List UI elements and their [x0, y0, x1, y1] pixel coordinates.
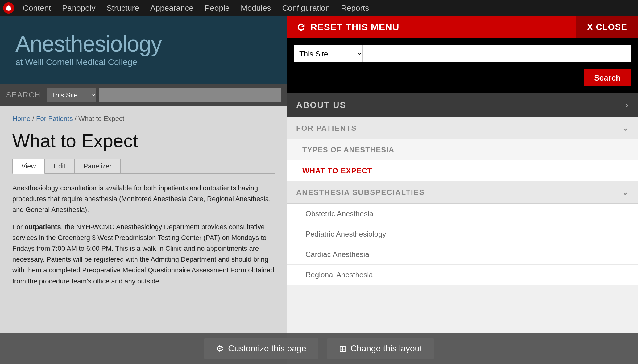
- toolbar-panopoly[interactable]: Panopoly: [56, 0, 101, 16]
- body-paragraph-1: Anesthesiology consultation is available…: [12, 183, 275, 215]
- page-title: What to Expect: [12, 130, 275, 151]
- reset-menu-button[interactable]: RESET THIS MENU: [287, 16, 576, 38]
- right-search-button[interactable]: Search: [584, 69, 631, 86]
- search-bar: SEARCH This Site The Web: [0, 84, 287, 106]
- drupal-logo[interactable]: [3, 2, 14, 14]
- body-p2-bold: outpatients: [24, 223, 61, 231]
- change-layout-label: Change this layout: [350, 344, 422, 354]
- site-subtitle: at Weill Cornell Medical College: [15, 57, 137, 67]
- right-nav: ABOUT US › FOR PATIENTS ⌄ TYPES OF ANEST…: [287, 93, 638, 364]
- breadcrumb-parent[interactable]: For Patients: [36, 115, 73, 122]
- search-input[interactable]: [99, 88, 281, 102]
- change-layout-button[interactable]: ⊞ Change this layout: [327, 338, 434, 359]
- close-button[interactable]: X CLOSE: [576, 16, 638, 38]
- nav-anesthesia-subspecialties[interactable]: ANESTHESIA SUBSPECIALTIES ⌄: [287, 181, 638, 204]
- main-wrapper: Anesthesiology at Weill Cornell Medical …: [0, 16, 638, 364]
- toolbar-configuration[interactable]: Configuration: [276, 0, 335, 16]
- toolbar-modules[interactable]: Modules: [235, 0, 276, 16]
- tab-panelizer[interactable]: Panelizer: [74, 159, 121, 173]
- right-search-input[interactable]: [362, 45, 631, 62]
- breadcrumb: Home / For Patients / What to Expect: [12, 115, 275, 123]
- site-title: Anesthesiology: [15, 33, 162, 55]
- layout-icon: ⊞: [339, 344, 346, 354]
- reset-icon: [296, 22, 306, 32]
- search-label: SEARCH: [6, 91, 41, 99]
- toolbar-people[interactable]: People: [199, 0, 235, 16]
- search-scope-select[interactable]: This Site The Web: [47, 88, 96, 102]
- nav-about-us[interactable]: ABOUT US ›: [287, 93, 638, 117]
- nav-cardiac[interactable]: Cardiac Anesthesia: [287, 244, 638, 265]
- nav-for-patients-label: FOR PATIENTS: [296, 124, 357, 133]
- toolbar-nav: Content Panopoly Structure Appearance Pe…: [17, 0, 375, 16]
- toolbar-content[interactable]: Content: [17, 0, 56, 16]
- nav-types-of-anesthesia[interactable]: TYPES OF ANESTHESIA: [287, 139, 638, 160]
- right-panel: RESET THIS MENU X CLOSE This Site The We…: [287, 16, 638, 364]
- right-scope-select[interactable]: This Site The Web: [294, 45, 362, 62]
- toolbar-reports[interactable]: Reports: [335, 0, 375, 16]
- admin-toolbar: Content Panopoly Structure Appearance Pe…: [0, 0, 638, 16]
- nav-what-to-expect[interactable]: WHAT TO EXPECT: [287, 160, 638, 181]
- nav-pediatric[interactable]: Pediatric Anesthesiology: [287, 224, 638, 244]
- page-content: Home / For Patients / What to Expect Wha…: [0, 106, 287, 364]
- nav-regional[interactable]: Regional Anesthesia: [287, 265, 638, 285]
- site-header: Anesthesiology at Weill Cornell Medical …: [0, 16, 287, 84]
- customize-label: Customize this page: [228, 344, 306, 354]
- nav-about-us-label: ABOUT US: [296, 100, 346, 110]
- nav-regional-label: Regional Anesthesia: [305, 271, 373, 279]
- breadcrumb-sep1: /: [32, 115, 36, 122]
- breadcrumb-home[interactable]: Home: [12, 115, 31, 122]
- nav-subspecialties-label: ANESTHESIA SUBSPECIALTIES: [296, 188, 425, 197]
- bottom-action-bar: ⚙ Customize this page ⊞ Change this layo…: [0, 333, 638, 364]
- right-search-area: This Site The Web Search: [287, 38, 638, 93]
- toolbar-structure[interactable]: Structure: [101, 0, 145, 16]
- chevron-down-icon: ⌄: [622, 124, 629, 133]
- nav-obstetric[interactable]: Obstetric Anesthesia: [287, 204, 638, 224]
- page-body: Anesthesiology consultation is available…: [12, 183, 275, 287]
- nav-what-to-expect-label: WHAT TO EXPECT: [302, 167, 372, 175]
- nav-obstetric-label: Obstetric Anesthesia: [305, 209, 373, 218]
- reset-menu-label: RESET THIS MENU: [310, 22, 399, 32]
- body-p2-prefix: For: [12, 223, 24, 231]
- breadcrumb-current: What to Expect: [78, 115, 124, 122]
- edit-tabs: View Edit Panelizer: [12, 159, 275, 174]
- right-search-row: This Site The Web: [294, 45, 631, 62]
- chevron-down-icon-2: ⌄: [622, 188, 629, 197]
- breadcrumb-sep2: /: [75, 115, 78, 122]
- customize-icon: ⚙: [216, 344, 224, 354]
- nav-types-label: TYPES OF ANESTHESIA: [302, 146, 394, 154]
- customize-page-button[interactable]: ⚙ Customize this page: [204, 338, 318, 359]
- chevron-right-icon: ›: [625, 100, 629, 110]
- content-side: Anesthesiology at Weill Cornell Medical …: [0, 16, 287, 364]
- body-p2-suffix: , the NYH-WCMC Anesthesiology Department…: [12, 223, 274, 285]
- nav-cardiac-label: Cardiac Anesthesia: [305, 250, 369, 259]
- toolbar-appearance[interactable]: Appearance: [145, 0, 199, 16]
- body-paragraph-2: For outpatients, the NYH-WCMC Anesthesio…: [12, 221, 275, 287]
- tab-edit[interactable]: Edit: [45, 159, 74, 173]
- nav-pediatric-label: Pediatric Anesthesiology: [305, 230, 386, 238]
- nav-for-patients[interactable]: FOR PATIENTS ⌄: [287, 117, 638, 139]
- tab-view[interactable]: View: [12, 159, 45, 174]
- right-top-bar: RESET THIS MENU X CLOSE: [287, 16, 638, 38]
